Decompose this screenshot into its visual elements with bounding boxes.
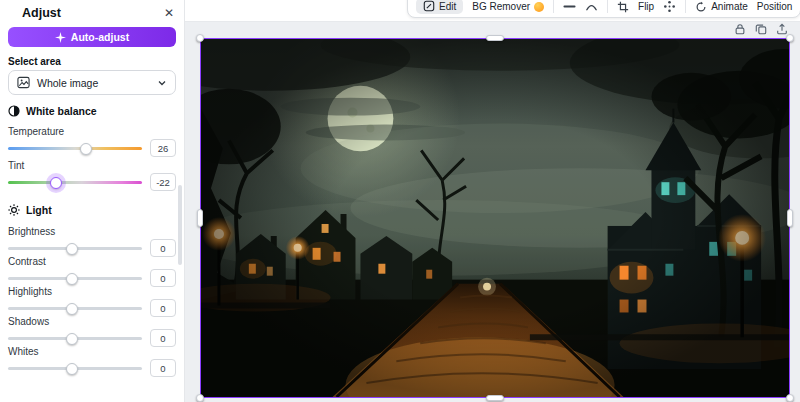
slider-label: Tint bbox=[8, 160, 24, 171]
toolbar-divider bbox=[553, 0, 554, 13]
animate-icon bbox=[695, 1, 707, 13]
selection-handle-top[interactable] bbox=[486, 35, 504, 41]
slider-label: Whites bbox=[8, 346, 39, 357]
brightness-slider-row: Brightness 0 bbox=[8, 226, 176, 258]
highlights-slider-row: Highlights 0 bbox=[8, 286, 176, 318]
white-balance-icon bbox=[8, 105, 20, 117]
selection-handle-left[interactable] bbox=[197, 209, 203, 227]
chevron-down-icon bbox=[157, 78, 167, 88]
whites-slider-row: Whites 0 bbox=[8, 346, 176, 378]
tint-slider-row: Tint -22 bbox=[8, 160, 176, 192]
toolbar-divider bbox=[685, 0, 686, 13]
slider-value[interactable]: 26 bbox=[150, 139, 176, 157]
slider-value[interactable]: 0 bbox=[150, 269, 176, 287]
effects-dots-icon bbox=[663, 0, 676, 13]
shadows-slider-row: Shadows 0 bbox=[8, 316, 176, 348]
slider-value[interactable]: 0 bbox=[150, 359, 176, 377]
sidebar-scrollbar[interactable] bbox=[178, 185, 182, 265]
selection-handle-top-left[interactable] bbox=[196, 34, 204, 42]
edit-button[interactable]: Edit bbox=[416, 0, 463, 14]
pro-badge-icon bbox=[534, 2, 544, 12]
slider-thumb[interactable] bbox=[50, 177, 62, 189]
edit-icon bbox=[423, 0, 435, 12]
context-toolbar: Edit BG Remover bbox=[407, 0, 800, 18]
slider-value[interactable]: 0 bbox=[150, 299, 176, 317]
effects-button[interactable] bbox=[663, 0, 676, 14]
slider-thumb[interactable] bbox=[66, 243, 78, 255]
select-area-value: Whole image bbox=[37, 77, 150, 89]
slider-value[interactable]: 0 bbox=[150, 329, 176, 347]
slider-track[interactable] bbox=[8, 147, 142, 150]
sparkle-icon bbox=[55, 32, 66, 43]
slider-label: Shadows bbox=[8, 316, 49, 327]
position-button[interactable]: Position bbox=[757, 0, 793, 14]
temperature-slider-row: Temperature 26 bbox=[8, 126, 176, 158]
selection-handle-bottom[interactable] bbox=[486, 395, 504, 401]
select-area-label: Select area bbox=[8, 56, 61, 67]
photo-editor-app: Adjust ✕ Auto-adjust Select area Whole i… bbox=[0, 0, 800, 402]
slider-thumb[interactable] bbox=[66, 333, 78, 345]
slider-thumb[interactable] bbox=[80, 143, 92, 155]
crop-icon bbox=[617, 1, 629, 13]
curve-icon bbox=[585, 0, 598, 13]
editor-workspace: Edit BG Remover bbox=[185, 0, 800, 402]
toolbar-divider bbox=[607, 0, 608, 13]
selection-handle-bottom-right[interactable] bbox=[786, 394, 794, 402]
slider-thumb[interactable] bbox=[66, 363, 78, 375]
animate-button[interactable]: Animate bbox=[695, 0, 748, 14]
adjust-panel: Adjust ✕ Auto-adjust Select area Whole i… bbox=[0, 0, 185, 402]
close-icon[interactable]: ✕ bbox=[164, 7, 174, 19]
flip-button[interactable]: Flip bbox=[638, 0, 654, 14]
curve-button[interactable] bbox=[585, 0, 598, 14]
selection-handle-top-right[interactable] bbox=[786, 34, 794, 42]
select-area-dropdown[interactable]: Whole image bbox=[8, 70, 176, 95]
slider-label: Highlights bbox=[8, 286, 52, 297]
sun-icon bbox=[8, 204, 20, 216]
slider-value[interactable]: -22 bbox=[150, 173, 176, 191]
lock-icon[interactable] bbox=[734, 23, 746, 38]
crop-button[interactable] bbox=[617, 0, 629, 14]
line-weight-icon bbox=[563, 0, 576, 13]
selection-handle-right[interactable] bbox=[787, 209, 793, 227]
canvas-action-icons bbox=[734, 23, 788, 38]
bg-remover-button[interactable]: BG Remover bbox=[472, 0, 544, 14]
slider-label: Contrast bbox=[8, 256, 46, 267]
slider-label: Temperature bbox=[8, 126, 64, 137]
image-icon bbox=[17, 76, 30, 89]
line-weight-button[interactable] bbox=[563, 0, 576, 14]
slider-thumb[interactable] bbox=[66, 273, 78, 285]
panel-title: Adjust bbox=[22, 6, 61, 20]
selected-image-frame[interactable] bbox=[200, 38, 790, 398]
top-strip: Edit BG Remover bbox=[185, 0, 800, 22]
slider-track[interactable] bbox=[8, 181, 142, 184]
auto-adjust-button[interactable]: Auto-adjust bbox=[8, 27, 176, 47]
contrast-slider-row: Contrast 0 bbox=[8, 256, 176, 288]
duplicate-icon[interactable] bbox=[755, 23, 767, 38]
slider-thumb[interactable] bbox=[66, 303, 78, 315]
auto-adjust-label: Auto-adjust bbox=[71, 31, 129, 43]
white-balance-section: White balance bbox=[8, 105, 97, 117]
haunted-street-image[interactable] bbox=[201, 39, 789, 397]
slider-value[interactable]: 0 bbox=[150, 239, 176, 257]
light-section: Light bbox=[8, 204, 52, 216]
selection-handle-bottom-left[interactable] bbox=[196, 394, 204, 402]
slider-label: Brightness bbox=[8, 226, 55, 237]
